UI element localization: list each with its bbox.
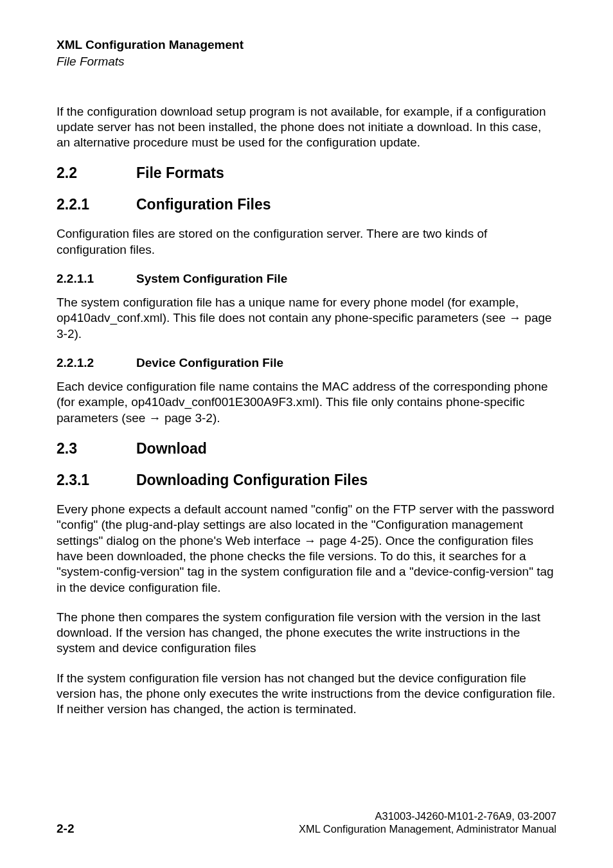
body-paragraph: Each device configuration file name cont… <box>57 379 556 426</box>
body-paragraph: If the system configuration file version… <box>57 671 556 718</box>
body-paragraph: The system configuration file has a uniq… <box>57 295 556 342</box>
page-footer: 2-2 A31003-J4260-M101-2-76A9, 03-2007 XM… <box>57 810 556 836</box>
heading-text: File Formats <box>136 164 224 182</box>
section-2-2-1-1-heading: 2.2.1.1 System Configuration File <box>57 272 556 286</box>
heading-text: Download <box>136 440 207 457</box>
body-paragraph: Configuration files are stored on the co… <box>57 226 556 258</box>
heading-number: 2.2 <box>57 164 136 182</box>
heading-number: 2.2.1 <box>57 196 136 213</box>
section-2-3-1-heading: 2.3.1 Downloading Configuration Files <box>57 472 556 489</box>
running-header: XML Configuration Management File Format… <box>57 37 556 69</box>
heading-text: Device Configuration File <box>136 356 283 370</box>
footer-doc-info: A31003-J4260-M101-2-76A9, 03-2007 XML Co… <box>299 810 556 836</box>
header-title: XML Configuration Management <box>57 37 556 53</box>
body-paragraph: Every phone expects a default account na… <box>57 502 556 596</box>
heading-text: Downloading Configuration Files <box>136 472 368 489</box>
intro-paragraph: If the configuration download setup prog… <box>57 104 556 151</box>
footer-doc-id: A31003-J4260-M101-2-76A9, 03-2007 <box>299 810 556 823</box>
section-2-2-heading: 2.2 File Formats <box>57 164 556 182</box>
page-number: 2-2 <box>57 822 74 836</box>
heading-number: 2.2.1.1 <box>57 272 136 286</box>
heading-number: 2.3 <box>57 440 136 457</box>
body-paragraph: The phone then compares the system confi… <box>57 610 556 657</box>
section-2-3-heading: 2.3 Download <box>57 440 556 457</box>
footer-doc-title: XML Configuration Management, Administra… <box>299 822 556 836</box>
section-2-2-1-heading: 2.2.1 Configuration Files <box>57 196 556 213</box>
heading-text: System Configuration File <box>136 272 287 286</box>
heading-number: 2.2.1.2 <box>57 356 136 370</box>
header-subtitle: File Formats <box>57 54 556 69</box>
heading-number: 2.3.1 <box>57 472 136 489</box>
section-2-2-1-2-heading: 2.2.1.2 Device Configuration File <box>57 356 556 370</box>
heading-text: Configuration Files <box>136 196 271 213</box>
